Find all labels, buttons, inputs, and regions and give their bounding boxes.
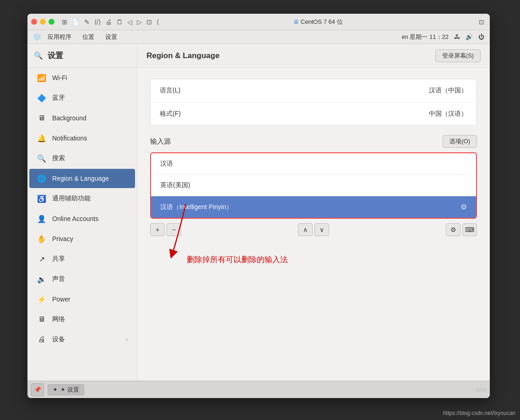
sidebar-label-network: 网络 xyxy=(52,315,65,323)
input-item-english[interactable]: 英语(美国) xyxy=(151,175,476,196)
sidebar-label-search: 搜索 xyxy=(52,154,65,162)
sidebar-item-notifications[interactable]: 🔔 Notifications xyxy=(29,129,135,148)
icon-back[interactable]: ◁ xyxy=(127,18,132,26)
move-down-button[interactable]: ∨ xyxy=(314,223,329,236)
annotation-text: 删除掉所有可以删除的输入法 xyxy=(187,254,288,265)
sidebar-label-sound: 声音 xyxy=(52,275,65,283)
bluetooth-icon: 🔷 xyxy=(37,93,47,103)
sidebar-label-sharing: 共享 xyxy=(52,255,65,263)
sidebar-item-background[interactable]: 🖥 Background xyxy=(29,108,135,128)
devices-icon: 🖨 xyxy=(37,334,47,345)
icon-note[interactable]: 🗒 xyxy=(116,18,123,26)
sidebar-search-icon[interactable]: 🔍 xyxy=(34,51,43,60)
sidebar-label-background: Background xyxy=(52,114,87,122)
language-label: 语言(L) xyxy=(160,86,180,95)
move-up-button[interactable]: ∧ xyxy=(298,223,313,236)
privacy-icon: ✋ xyxy=(37,234,47,244)
os-icon: 🖥 xyxy=(293,18,299,25)
taskbar-settings-item[interactable]: ✦ ✦ 设置 xyxy=(48,384,84,395)
icon-grid[interactable]: ⊞ xyxy=(62,18,67,26)
sidebar-item-wifi[interactable]: 📶 Wi-Fi xyxy=(29,68,135,87)
language-value: 汉语（中国） xyxy=(429,86,467,95)
sidebar-label-accessibility: 通用辅助功能 xyxy=(52,194,91,203)
sidebar-label-online-accounts: Online Accounts xyxy=(52,215,98,222)
power-icon[interactable]: ⏻ xyxy=(478,33,484,40)
sidebar-label-power: Power xyxy=(52,296,70,303)
menu-apps[interactable]: 应用程序 xyxy=(43,32,76,42)
menu-settings[interactable]: 设置 xyxy=(101,32,122,42)
sound-icon[interactable]: 🔊 xyxy=(466,33,473,40)
sidebar-label-privacy: Privacy xyxy=(52,235,73,242)
minimize-button[interactable] xyxy=(40,19,46,25)
sidebar-item-sound[interactable]: 🔉 声音 xyxy=(29,269,135,289)
annotation-label: 删除掉所有可以删除的输入法 xyxy=(187,255,288,264)
sidebar-item-privacy[interactable]: ✋ Privacy xyxy=(29,229,135,248)
format-value: 中国（汉语） xyxy=(429,110,467,118)
icon-doc[interactable]: 📄 xyxy=(72,18,80,26)
taskbar-pin-icon[interactable]: 📌 xyxy=(31,383,44,396)
menu-places[interactable]: 位置 xyxy=(78,32,99,42)
input-keyboard-button[interactable]: ⌨ xyxy=(462,223,477,236)
sharing-icon: ↗ xyxy=(37,254,47,264)
icon-vm[interactable]: ⊡ xyxy=(146,18,152,26)
region-icon: 🌐 xyxy=(37,173,47,183)
sound-sidebar-icon: 🔉 xyxy=(37,274,47,284)
sidebar-item-sharing[interactable]: ↗ 共享 xyxy=(29,249,135,269)
sidebar-item-accessibility[interactable]: ♿ 通用辅助功能 xyxy=(29,189,135,208)
sidebar-item-network[interactable]: 🖥 网络 xyxy=(29,310,135,329)
icon-fwd[interactable]: ▷ xyxy=(137,18,142,26)
online-accounts-icon: 👤 xyxy=(37,214,47,224)
titlebar-os-label: 🖥 CentOS 7 64 位 xyxy=(159,18,477,26)
sidebar-item-power[interactable]: ⚡ Power xyxy=(29,290,135,309)
input-item-chinese-label: 汉语 xyxy=(160,160,173,168)
add-input-button[interactable]: + xyxy=(150,223,165,236)
taskbar-settings-icon: ✦ xyxy=(53,386,58,393)
sidebar-label-notifications: Notifications xyxy=(52,135,87,142)
network-sidebar-icon: 🖥 xyxy=(37,314,47,324)
wifi-icon: 📶 xyxy=(37,73,47,83)
format-label: 格式(F) xyxy=(160,110,181,118)
taskbar-settings-label: ✦ 设置 xyxy=(60,386,79,394)
close-button[interactable] xyxy=(31,19,37,25)
sidebar: 🔍 设置 📶 Wi-Fi 🔷 蓝牙 🖥 Background 🔔 Notific… xyxy=(27,44,137,398)
sidebar-item-bluetooth[interactable]: 🔷 蓝牙 xyxy=(29,88,135,108)
window-controls xyxy=(31,19,54,25)
menubar-right: en 星期一 11：22 🖧 🔊 ⏻ xyxy=(401,33,484,41)
power-sidebar-icon: ⚡ xyxy=(37,294,47,304)
format-row[interactable]: 格式(F) 中国（汉语） xyxy=(151,102,477,125)
devices-chevron-icon: › xyxy=(126,336,128,343)
icon-print[interactable]: 🖨 xyxy=(105,18,112,26)
titlebar: ⊞ 📄 ✎ ⟨/⟩ 🖨 🗒 ◁ ▷ ⊡ ⟨ 🖥 CentOS 7 64 位 ⊡ xyxy=(27,14,490,30)
content-header: Region & Language 登录屏幕(S) xyxy=(137,44,490,68)
annotation-arrow xyxy=(168,195,204,259)
win-restore-icon[interactable]: ⊡ xyxy=(477,17,486,27)
options-button[interactable]: 选项(O) xyxy=(443,135,477,148)
pinyin-gear-icon[interactable]: ⚙ xyxy=(460,203,467,211)
input-gear-button[interactable]: ⚙ xyxy=(446,223,460,236)
login-screen-button[interactable]: 登录屏幕(S) xyxy=(435,49,481,62)
sidebar-item-region[interactable]: 🌐 Region & Language xyxy=(29,169,135,188)
sidebar-item-search[interactable]: 🔍 搜索 xyxy=(29,149,135,168)
language-row[interactable]: 语言(L) 汉语（中国） xyxy=(151,79,477,102)
sidebar-label-wifi: Wi-Fi xyxy=(52,74,67,81)
network-icon[interactable]: 🖧 xyxy=(454,33,460,40)
maximize-button[interactable] xyxy=(49,19,54,25)
taskbar: 📌 ✦ ✦ 设置 xyxy=(27,381,490,398)
icon-kb[interactable]: ✎ xyxy=(84,18,90,26)
annotation-container: 删除掉所有可以删除的输入法 xyxy=(150,245,477,318)
content-title: Region & Language xyxy=(146,51,220,60)
content-body: 语言(L) 汉语（中国） 格式(F) 中国（汉语） 输入源 选项(O) xyxy=(137,68,490,398)
taskbar-right-button[interactable] xyxy=(476,388,486,391)
sidebar-label-devices: 设备 xyxy=(52,335,65,344)
sidebar-title: 设置 xyxy=(48,50,63,61)
menubar: ❄️ 应用程序 位置 设置 en 星期一 11：22 🖧 🔊 ⏻ xyxy=(27,30,490,44)
notifications-icon: 🔔 xyxy=(37,133,47,143)
input-item-english-label: 英语(美国) xyxy=(160,181,190,189)
sidebar-item-online-accounts[interactable]: 👤 Online Accounts xyxy=(29,209,135,228)
app-logo: ❄️ xyxy=(33,33,41,41)
watermark: https://blog.csdn.net/lxyoucan xyxy=(443,410,515,416)
icon-code[interactable]: ⟨/⟩ xyxy=(94,18,101,26)
input-item-chinese[interactable]: 汉语 xyxy=(151,153,476,175)
locale-label: en 星期一 11：22 xyxy=(401,33,449,41)
sidebar-item-devices[interactable]: 🖨 设备 › xyxy=(29,330,135,349)
